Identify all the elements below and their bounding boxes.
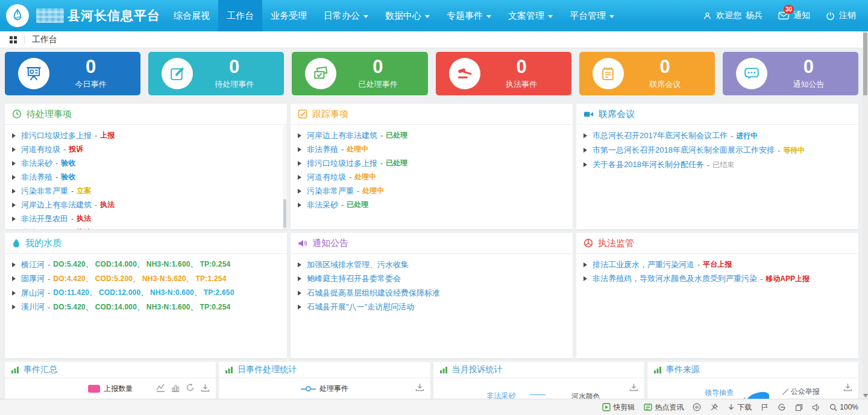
todo-item[interactable]: 非法养殖-验收: [12, 170, 280, 184]
list-arrow-icon: [583, 162, 587, 167]
hand-gesture-button[interactable]: [693, 403, 701, 411]
notice-item[interactable]: 加强区域排水管理、污水收集: [298, 258, 565, 272]
water-item[interactable]: 固厚河-DO:4.420、 COD:5.200、 NH3-N:5.620、 TP…: [12, 272, 280, 287]
todo-item[interactable]: 河岸边上有非法建筑-执法: [12, 198, 280, 212]
grid-icon[interactable]: [10, 36, 17, 43]
panel-meeting: 联席会议 市总河长召开2017年底河长制会议工作-进行中 市第一总河长召开201…: [576, 104, 858, 229]
todo-item[interactable]: 非法开垦农田-执法: [12, 212, 280, 226]
menu-item-daily-office[interactable]: 日常办公: [315, 0, 377, 31]
list-arrow-icon: [298, 161, 301, 166]
pie-label-line: [530, 394, 546, 395]
menu-item-business[interactable]: 业务受理: [262, 0, 315, 31]
card-notices[interactable]: 0 通知公告: [723, 52, 858, 95]
card-processed-events[interactable]: 0 已处理事件: [292, 52, 427, 95]
zoom-level[interactable]: 100%: [829, 403, 858, 411]
notice-item[interactable]: 鲍峰庭主持召开县委常委会: [298, 272, 565, 287]
chart-title: 事件来源: [666, 364, 700, 375]
window-button[interactable]: [795, 404, 803, 411]
sound-button[interactable]: [812, 404, 820, 411]
todo-item[interactable]: 排污口垃圾过多上报-上报: [12, 128, 280, 142]
list-arrow-icon: [12, 291, 16, 296]
menu-item-platform-mgmt[interactable]: 平台管理: [561, 0, 623, 31]
status-badge: 立案: [77, 186, 91, 196]
card-label: 已处理事件: [358, 79, 397, 90]
top-navbar: 县河长信息平台 综合展视 工作台 业务受理 日常办公 数据中心 专题事件 文案管…: [0, 0, 868, 31]
tracking-item[interactable]: 非法养殖-处理中: [298, 142, 565, 156]
panel-row-1: 待处理事项 排污口垃圾过多上报-上报 河道有垃圾-投诉 非法采砂-验收 非法养殖…: [5, 104, 858, 229]
notice-item[interactable]: 石城县提高基层组织建设经费保障标准: [298, 286, 565, 300]
tracking-item[interactable]: 河岸边上有非法建筑-已处理: [298, 128, 565, 142]
menu-item-data-center[interactable]: 数据中心: [377, 0, 438, 31]
quick-clip-button[interactable]: 快剪辑: [602, 402, 635, 413]
user-welcome[interactable]: 欢迎您 杨兵: [703, 10, 763, 21]
water-item[interactable]: 溪川河-DO:5.420、 COD:14.000、 NH3-N:1.600、 T…: [12, 300, 280, 315]
water-item[interactable]: 屏山河-DO:11.420、 COD:12.000、 NH3-N:0.600、 …: [12, 286, 280, 300]
tracking-item[interactable]: 非法采砂-已处理: [298, 198, 565, 212]
list-arrow-icon: [298, 203, 301, 208]
notice-item[interactable]: 石城县开展"八一"走访慰问活动: [298, 300, 565, 315]
scrollbar-down-arrow[interactable]: [863, 394, 868, 398]
bar-chart-tool-icon[interactable]: [171, 384, 180, 392]
list-arrow-icon: [12, 262, 16, 267]
card-pending-events[interactable]: 0 待处理事件: [148, 52, 284, 95]
download-icon[interactable]: [415, 383, 424, 391]
tracking-item[interactable]: 污染非常严重-处理中: [298, 184, 565, 198]
water-values: DO:4.420、 COD:5.200、 NH3-N:5.620、 TP:1.2…: [53, 274, 226, 284]
status-badge: 执法: [100, 200, 115, 210]
page-scrollbar[interactable]: [863, 31, 868, 399]
card-joint-meetings[interactable]: 0 联席会议: [579, 52, 715, 95]
tracking-item[interactable]: 河道有垃圾-处理中: [298, 170, 565, 184]
menu-item-special-events[interactable]: 专题事件: [438, 0, 500, 31]
todo-item[interactable]: 污染非常严重-立案: [12, 184, 280, 198]
status-badge: 处理中: [354, 172, 376, 182]
line-chart-tool-icon[interactable]: [156, 384, 165, 392]
browser-mode-button[interactable]: [778, 403, 786, 411]
status-badge: 验收: [61, 172, 75, 182]
panel-notices: 通知公告 加强区域排水管理、污水收集 鲍峰庭主持召开县委常委会 石城县提高基层组…: [291, 233, 573, 358]
flag-button[interactable]: [761, 404, 769, 411]
water-values: DO:11.420、 COD:12.000、 NH3-N:0.600、 TP:2…: [53, 288, 234, 298]
meeting-item[interactable]: 市总河长召开2017年底河长制会议工作-进行中: [583, 128, 851, 143]
todo-item[interactable]: 非法采砂-验收: [12, 156, 280, 170]
todo-item[interactable]: 非法开垦农田-执法: [12, 226, 280, 229]
scrollbar-thumb[interactable]: [283, 199, 286, 228]
bar-chart-icon: [11, 366, 19, 374]
card-today-events[interactable]: 0 今日事件: [5, 52, 140, 95]
meeting-item[interactable]: 关于各县2018年河长制分配任务-已结束: [583, 157, 851, 172]
chart-title: 日事件处理统计: [237, 364, 297, 375]
card-enforcement-events[interactable]: 0 执法事件: [436, 52, 571, 95]
law-item[interactable]: 排法工业废水，严重污染河道-平台上报: [583, 258, 851, 272]
clock-icon: [12, 109, 22, 119]
scrollbar-thumb[interactable]: [863, 33, 867, 95]
notifications[interactable]: 30 通知: [778, 10, 810, 21]
list-arrow-icon: [12, 305, 16, 309]
status-badge: 验收: [61, 158, 75, 168]
video-camera-icon: [583, 110, 594, 119]
list-arrow-icon: [298, 133, 301, 138]
panel-row-2: 我的水质 横江河-DO:5.420、 COD:14.000、 NH3-N:1.6…: [5, 233, 858, 358]
refresh-icon[interactable]: [186, 383, 195, 392]
menu-item-overview[interactable]: 综合展视: [165, 0, 218, 31]
panel-title: 待处理事项: [27, 109, 72, 120]
status-badge: 进行中: [736, 131, 758, 141]
hot-news-button[interactable]: 热点资讯: [644, 402, 684, 413]
chart-toolbox: [415, 383, 424, 391]
pin-button[interactable]: [710, 403, 719, 411]
tracking-item[interactable]: 排污口垃圾过多上报-已处理: [298, 156, 565, 170]
menu-item-document-mgmt[interactable]: 文案管理: [500, 0, 561, 31]
swirl-icon: [778, 403, 786, 411]
todo-item[interactable]: 河道有垃圾-投诉: [12, 142, 280, 156]
download-button[interactable]: 下载: [728, 402, 752, 413]
status-badge: 执法: [77, 214, 91, 224]
meeting-item[interactable]: 市第一总河长召开2018年底河长制全面展示工作安排-等待中: [583, 143, 851, 157]
download-icon[interactable]: [629, 383, 638, 391]
download-icon[interactable]: [201, 384, 210, 392]
logout[interactable]: 注销: [826, 10, 856, 21]
law-item[interactable]: 非法养殖鸡，导致河水颜色及水质受到严重污染-移动APP上报: [583, 272, 851, 287]
panel-scrollbar[interactable]: [283, 125, 287, 229]
download-icon[interactable]: [843, 383, 852, 391]
card-value: 0: [804, 57, 814, 77]
menu-item-workbench[interactable]: 工作台: [218, 0, 262, 31]
chart-legend[interactable]: 处理事件: [219, 378, 430, 394]
water-item[interactable]: 横江河-DO:5.420、 COD:14.000、 NH3-N:1.600、 T…: [12, 258, 280, 272]
